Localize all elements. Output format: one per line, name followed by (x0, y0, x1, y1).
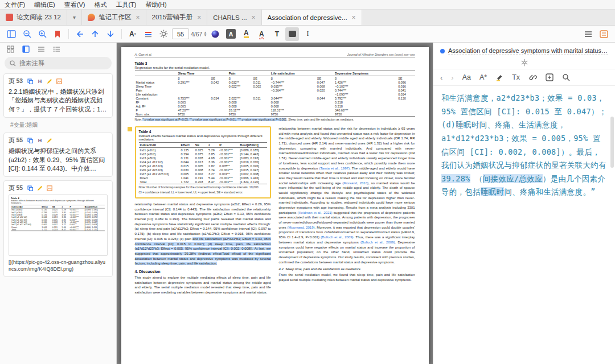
tab-marketing-manual[interactable]: 2015营销手册 × (146, 10, 208, 25)
annotation-text: 2.2.1婚姻状况中，婚姻状况只涉到「您婚姻与离别状态的婚姻状况如何？」，提供了… (9, 88, 108, 114)
menu-file[interactable]: 文件(F) (5, 1, 25, 9)
tab-association-paper[interactable]: Association of depressive... × (262, 10, 362, 25)
menu-view[interactable]: 查看(V) (64, 1, 85, 9)
ai-assistant-icon[interactable] (208, 27, 222, 41)
annotation-card-list: 页 53 H 2.2.1婚姻状况中，婚姻状况只涉到「您婚姻与离别状态的婚姻状况如… (0, 72, 116, 364)
heading-icon[interactable]: H (36, 78, 43, 85)
heading-icon[interactable]: H (36, 137, 43, 144)
close-icon[interactable]: × (252, 14, 256, 22)
back-arrow-icon[interactable] (73, 27, 87, 41)
highlighted-table4-annotation[interactable]: Table 4 Indirect effects between marital… (135, 126, 271, 198)
page-down-icon[interactable] (104, 27, 117, 41)
pen-colors-icon[interactable] (141, 27, 155, 41)
menu-format[interactable]: 格式 (94, 1, 106, 9)
tab-workspace-library[interactable]: 论文阅读 23 12 (0, 10, 67, 25)
tab-charls[interactable]: CHARLS ... × (207, 10, 261, 25)
close-icon[interactable]: × (136, 14, 140, 22)
table4-caption: Indirect effects between marital status … (139, 134, 267, 141)
page-ref: 页 55 (9, 184, 23, 192)
tag-variable-marriage[interactable]: #变量:婚姻 (3, 121, 113, 133)
workspace-dropdown-icon[interactable]: ▾ (67, 10, 82, 25)
toolbar-divider (68, 29, 69, 39)
page-number-input[interactable] (172, 28, 189, 39)
running-head-journal: Journal of Affective Disorders xxx (xxxx… (347, 53, 415, 56)
copy-icon[interactable] (27, 137, 34, 144)
rows-view-icon[interactable] (38, 46, 45, 53)
toolbar-divider (121, 29, 122, 39)
tab-bar: 论文阅读 23 12 ▾ 笔记工作区 × 2015营销手册 × CHARLS .… (0, 10, 615, 26)
caret-tool[interactable]: I (301, 27, 314, 41)
tab-label: 2015营销手册 (152, 13, 193, 22)
annotation-card[interactable]: 页 53 H 2.2.1婚姻状况中，婚姻状况只涉到「您婚姻与离别状态的婚姻状况如… (3, 73, 113, 118)
annotation-panel-icon[interactable] (22, 46, 30, 53)
discussion-text-right: relationship between marital status and … (279, 126, 415, 264)
library-icon (6, 14, 13, 21)
pdf-viewport[interactable]: A. Gan et al. Journal of Affective Disor… (117, 43, 433, 364)
table-screenshot-thumbnail[interactable]: Table 4 Indirect effects between marital… (9, 195, 108, 256)
edit-icon[interactable] (46, 78, 53, 85)
annotation-list-icon[interactable] (597, 27, 610, 41)
zoom-in-icon[interactable] (35, 27, 49, 41)
close-icon[interactable]: × (352, 14, 356, 22)
text-annotation-tool[interactable]: A (224, 27, 237, 41)
annotation-marker-icon[interactable] (128, 127, 132, 131)
sidebar-toggle-icon[interactable] (5, 27, 18, 41)
typewriter-tool[interactable]: T (270, 27, 284, 41)
annotation-card-image[interactable]: 页 55 Table 4 I (3, 180, 113, 276)
flame-icon (88, 14, 95, 21)
squiggle-underline-tool[interactable]: A (255, 27, 268, 41)
note-content[interactable]: 和生活满意度，a2*d23*b3；效果 = 0.03，95% 置信区间 [CI]… (433, 86, 615, 205)
note-document-title[interactable]: Association of depressive symptoms with … (448, 47, 608, 55)
link-icon[interactable] (528, 73, 537, 81)
bookmark-icon[interactable] (51, 27, 64, 41)
grid-view-icon[interactable] (7, 46, 14, 53)
insert-block-icon[interactable] (546, 73, 554, 81)
subsection-paragraph: From the serial mediation model, we foun… (279, 272, 415, 282)
search-input[interactable] (19, 60, 106, 67)
font-style-icon[interactable]: Aa (462, 73, 471, 81)
notes-scrollbar-thumb[interactable] (610, 117, 614, 168)
edit-icon[interactable] (46, 137, 53, 144)
collapse-left-icon[interactable]: ‹ (440, 73, 442, 82)
menu-tools[interactable]: 工具(T) (116, 1, 136, 9)
page-up-icon[interactable] (88, 27, 102, 41)
clear-format-icon[interactable]: Tx (512, 73, 520, 81)
text-select-tool[interactable]: A▾ (126, 27, 140, 41)
menu-edit[interactable]: 编辑(E) (34, 1, 55, 9)
menu-help[interactable]: 帮助(H) (145, 1, 166, 9)
subsection-heading: 4.2. Sleep time, pain and life satisfact… (279, 267, 415, 271)
area-highlight-tool[interactable] (285, 27, 299, 41)
search-note-icon[interactable] (562, 73, 570, 81)
pdf-toolbar: A▾ 4/67 ▲▼ A A A T I (0, 26, 615, 43)
copy-icon[interactable] (27, 78, 34, 85)
panel-drag-handle-icon[interactable] (433, 57, 615, 69)
annotation-search[interactable] (5, 57, 112, 69)
note-bullet-icon (440, 49, 445, 53)
tab-notes-workspace[interactable]: 笔记工作区 × (82, 10, 146, 25)
collapse-right-icon[interactable]: › (451, 73, 453, 82)
table3: Sleep TimePainLife satisfactionDepressiv… (135, 71, 415, 117)
annotation-sidebar: 页 53 H 2.2.1婚姻状况中，婚姻状况只涉到「您婚姻与离别状态的婚姻状况如… (0, 43, 117, 364)
image-link-text: [](https://pic-go-42.oss-cn-guangzhou.al… (9, 259, 108, 272)
text-style-icon[interactable]: A* (479, 73, 487, 81)
outline-list-icon[interactable] (53, 46, 60, 53)
running-head-author: A. Gan et al. (135, 53, 153, 56)
edit-icon[interactable] (36, 185, 43, 192)
highlight-text-tool[interactable]: A (239, 27, 253, 41)
annotation-card[interactable]: 页 55 H 婚姻状况与抑郁症状之间的关系 (a2b2)：效果 0.29、95%… (3, 133, 113, 177)
notes-panel: Association of depressive symptoms with … (433, 43, 615, 364)
image-icon[interactable] (56, 78, 63, 85)
zoom-out-icon[interactable] (20, 27, 34, 41)
page-stepper[interactable]: ▲▼ (203, 31, 207, 37)
table4-note: CI = confidence interval; LL = lower lev… (139, 191, 267, 195)
note-editor-toolbar: ‹ › Aa A* Tx (433, 69, 615, 86)
image-icon[interactable] (46, 185, 53, 192)
copy-icon[interactable] (27, 185, 34, 192)
hamburger-menu-icon[interactable] (581, 27, 595, 41)
close-icon[interactable]: × (197, 14, 201, 22)
gear-icon[interactable] (157, 27, 170, 41)
tab-label: CHARLS ... (213, 14, 247, 21)
page-ref: 页 55 (9, 136, 23, 144)
highlighter-icon[interactable] (495, 73, 503, 81)
page-ref: 页 53 (9, 77, 23, 85)
